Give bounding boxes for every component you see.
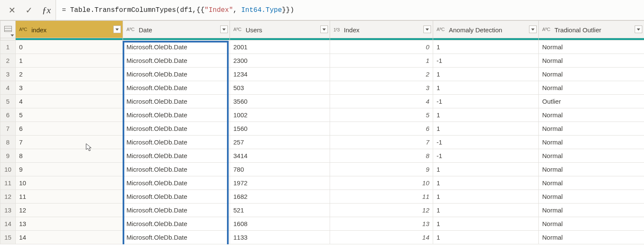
cell-users[interactable]: 521 [230,204,330,217]
cell-index0[interactable]: 13 [16,217,123,231]
cell-index0[interactable]: 3 [16,81,123,95]
cell-users[interactable]: 2300 [230,54,330,68]
cell-date[interactable]: Microsoft.OleDb.Date [123,217,230,231]
cell-users[interactable]: 503 [230,81,330,95]
column-filter-button[interactable] [635,25,642,33]
cell-anomaly[interactable]: 1 [433,217,539,231]
cell-anomaly[interactable]: 1 [433,163,539,176]
cell-index1[interactable]: 10 [330,176,433,190]
cell-date[interactable]: Microsoft.OleDb.Date [123,136,230,149]
cell-date[interactable]: Microsoft.OleDb.Date [123,176,230,190]
cell-date[interactable]: Microsoft.OleDb.Date [123,231,230,244]
cell-outlier[interactable]: Normal [539,149,644,163]
table-row[interactable]: 54Microsoft.OleDb.Date35604-1Outlier [0,95,644,108]
cell-index0[interactable]: 10 [16,176,123,190]
cell-index0[interactable]: 6 [16,122,123,136]
table-row[interactable]: 98Microsoft.OleDb.Date34148-1Normal [0,149,644,163]
cell-users[interactable]: 1002 [230,108,330,122]
cell-index1[interactable]: 6 [330,122,433,136]
cell-users[interactable]: 257 [230,136,330,149]
table-row[interactable]: 1514Microsoft.OleDb.Date1133141Normal [0,231,644,244]
cell-outlier[interactable]: Normal [539,122,644,136]
cell-index0[interactable]: 14 [16,231,123,244]
cell-index1[interactable]: 11 [330,190,433,204]
cell-anomaly[interactable]: 1 [433,108,539,122]
cell-outlier[interactable]: Normal [539,217,644,231]
cell-date[interactable]: Microsoft.OleDb.Date [123,163,230,176]
cell-anomaly[interactable]: -1 [433,54,539,68]
row-number[interactable]: 15 [0,231,16,244]
cell-index1[interactable]: 13 [330,217,433,231]
cell-outlier[interactable]: Outlier [539,95,644,108]
table-row[interactable]: 1312Microsoft.OleDb.Date521121Normal [0,204,644,217]
cell-outlier[interactable]: Normal [539,190,644,204]
table-row[interactable]: 87Microsoft.OleDb.Date2577-1Normal [0,136,644,149]
cell-outlier[interactable]: Normal [539,108,644,122]
cell-index0[interactable]: 11 [16,190,123,204]
cell-date[interactable]: Microsoft.OleDb.Date [123,149,230,163]
cell-outlier[interactable]: Normal [539,204,644,217]
column-header-date[interactable]: AᴮC Date [123,21,230,38]
cell-index1[interactable]: 4 [330,95,433,108]
row-number[interactable]: 9 [0,149,16,163]
cell-outlier[interactable]: Normal [539,231,644,244]
cell-index0[interactable]: 5 [16,108,123,122]
cell-index1[interactable]: 9 [330,163,433,176]
cell-anomaly[interactable]: 1 [433,40,539,54]
cell-users[interactable]: 1608 [230,217,330,231]
cell-index0[interactable]: 1 [16,54,123,68]
cell-outlier[interactable]: Normal [539,136,644,149]
table-row[interactable]: 1110Microsoft.OleDb.Date1972101Normal [0,176,644,190]
table-row[interactable]: 1211Microsoft.OleDb.Date1682111Normal [0,190,644,204]
cell-date[interactable]: Microsoft.OleDb.Date [123,190,230,204]
cell-index0[interactable]: 7 [16,136,123,149]
cell-index0[interactable]: 4 [16,95,123,108]
cell-users[interactable]: 1682 [230,190,330,204]
column-filter-button[interactable] [320,25,328,33]
row-number[interactable]: 1 [0,40,16,54]
cell-users[interactable]: 780 [230,163,330,176]
cell-index1[interactable]: 12 [330,204,433,217]
cell-outlier[interactable]: Normal [539,176,644,190]
cell-index1[interactable]: 3 [330,81,433,95]
cell-anomaly[interactable]: 1 [433,204,539,217]
cell-outlier[interactable]: Normal [539,40,644,54]
cell-users[interactable]: 3560 [230,95,330,108]
table-row[interactable]: 43Microsoft.OleDb.Date50331Normal [0,81,644,95]
cell-anomaly[interactable]: 1 [433,68,539,81]
cell-date[interactable]: Microsoft.OleDb.Date [123,204,230,217]
table-corner-button[interactable] [0,21,16,38]
cell-index1[interactable]: 1 [330,54,433,68]
row-number[interactable]: 11 [0,176,16,190]
cancel-formula-button[interactable]: ✕ [3,0,20,20]
cell-index1[interactable]: 14 [330,231,433,244]
cell-outlier[interactable]: Normal [539,54,644,68]
cell-date[interactable]: Microsoft.OleDb.Date [123,81,230,95]
cell-anomaly[interactable]: -1 [433,95,539,108]
cell-index0[interactable]: 2 [16,68,123,81]
commit-formula-button[interactable]: ✓ [20,0,37,20]
cell-anomaly[interactable]: 1 [433,231,539,244]
column-header-index1[interactable]: 1²3 Index [330,21,433,38]
cell-anomaly[interactable]: -1 [433,136,539,149]
row-number[interactable]: 6 [0,108,16,122]
cell-index1[interactable]: 0 [330,40,433,54]
cell-date[interactable]: Microsoft.OleDb.Date [123,54,230,68]
column-filter-button[interactable] [529,25,537,33]
table-row[interactable]: 76Microsoft.OleDb.Date156061Normal [0,122,644,136]
column-header-users[interactable]: AᴮC Users [230,21,330,38]
cell-date[interactable]: Microsoft.OleDb.Date [123,68,230,81]
cell-anomaly[interactable]: 1 [433,176,539,190]
cell-outlier[interactable]: Normal [539,68,644,81]
cell-date[interactable]: Microsoft.OleDb.Date [123,95,230,108]
cell-index0[interactable]: 0 [16,40,123,54]
cell-anomaly[interactable]: 1 [433,81,539,95]
table-row[interactable]: 10Microsoft.OleDb.Date200101Normal [0,40,644,54]
column-header-index0[interactable]: AᴮC index [16,21,123,38]
table-row[interactable]: 32Microsoft.OleDb.Date123421Normal [0,68,644,81]
cell-users[interactable]: 1234 [230,68,330,81]
cell-outlier[interactable]: Normal [539,81,644,95]
cell-date[interactable]: Microsoft.OleDb.Date [123,108,230,122]
table-row[interactable]: 21Microsoft.OleDb.Date23001-1Normal [0,54,644,68]
cell-users[interactable]: 1972 [230,176,330,190]
